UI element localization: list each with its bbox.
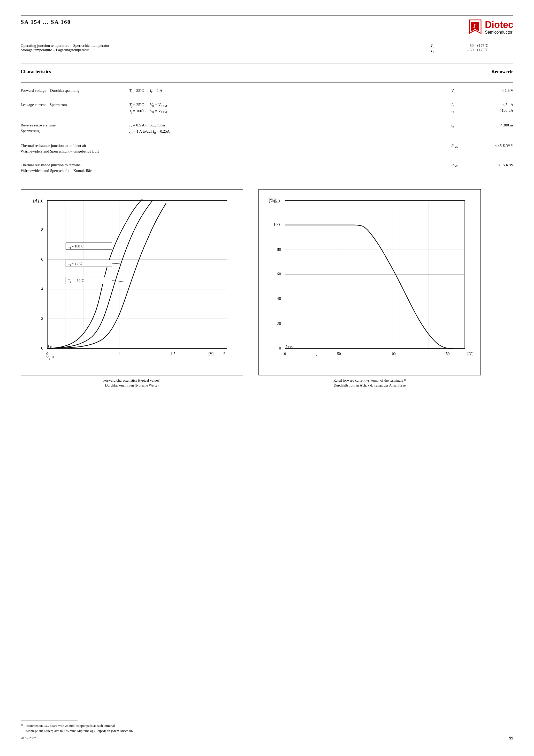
svg-text:4: 4 [41, 286, 43, 291]
characteristics-header: Characteristics Kennwerte [21, 69, 513, 74]
char-row-rtha: Thermal resistance junction to ambient a… [21, 143, 513, 154]
footnote-text-en: Mounted on P.C. board with 25 mm² copper… [26, 724, 115, 728]
svg-text:r: r [316, 353, 317, 357]
footnote-sup-1: 1) [21, 723, 23, 726]
char-name-rtht: Thermal resistance junction to terminal … [21, 162, 129, 174]
svg-text:[%]: [%] [269, 198, 276, 203]
temp-label-column: Operating junction temperature – Sperrsc… [21, 43, 431, 53]
svg-text:1,5: 1,5 [171, 352, 175, 356]
footer-date: 28.02.2002 [21, 736, 133, 741]
footer-divider [21, 720, 78, 721]
footer-content: 1) Mounted on P.C. board with 25 mm² cop… [21, 722, 513, 741]
page-number: 99 [509, 736, 513, 741]
chart2-box: 0 20 40 60 80 100 120 [%] 0 T r 50 100 1… [258, 189, 481, 375]
svg-text:20: 20 [277, 321, 281, 326]
char-name-vf: Forward voltage – Durchlaßspannung [21, 88, 129, 94]
charts-section: 0 2 4 6 8 10 [A] 0 VF 0,5 1 1,5 [V] 2 [21, 189, 513, 388]
svg-text:0: 0 [279, 345, 281, 350]
char-sym-trr: trr [451, 122, 472, 129]
char-sym-rtha: RthA [451, 143, 472, 149]
footnote-line2: Montage auf Leiterplatte mit 25 mm² Kupf… [26, 728, 133, 734]
char-name-trr: Reverse recovery time Sperrverzug [21, 122, 129, 134]
char-sym-vf: VF [451, 88, 472, 94]
svg-text:[˚C]: [˚C] [467, 352, 473, 356]
char-label-en: Characteristics [21, 69, 51, 74]
char-cond-ir: Tj = 25˚C VR = VRRM Tj = 100˚C VR = VRRM [129, 102, 451, 115]
svg-text:F: F [49, 357, 50, 360]
svg-text:2: 2 [223, 352, 225, 356]
svg-text:10: 10 [39, 199, 43, 203]
svg-text:80: 80 [277, 247, 281, 252]
char-label-de: Kennwerte [491, 69, 513, 74]
temp-sym-2: TS [431, 48, 456, 53]
footnote-line1: 1) Mounted on P.C. board with 25 mm² cop… [21, 722, 133, 728]
svg-text:60: 60 [277, 271, 281, 276]
divider-1 [21, 64, 513, 64]
svg-text:0: 0 [41, 345, 43, 350]
char-row-ir: Leakage current – Sperrstrom Tj = 25˚C V… [21, 102, 513, 115]
char-val-rtha: < 45 K/W ¹⁾ [472, 143, 513, 149]
chart2-svg: 0 20 40 60 80 100 120 [%] 0 T r 50 100 1… [264, 195, 475, 370]
page-title: SA 154 … SA 160 [21, 19, 71, 25]
svg-text:0: 0 [284, 352, 286, 356]
footnote: 1) Mounted on P.C. board with 25 mm² cop… [21, 722, 133, 741]
page-footer: 1) Mounted on P.C. board with 25 mm² cop… [21, 720, 513, 741]
char-sym-rtht: RthT [451, 162, 472, 169]
svg-text:100: 100 [390, 352, 395, 356]
temp-val-2: – 50...+175˚C [467, 48, 513, 52]
char-sym-ir: IR IR [451, 102, 472, 115]
svg-text:40: 40 [277, 296, 281, 301]
svg-text:50: 50 [337, 352, 341, 356]
svg-text:j: j [70, 280, 71, 284]
chart2-container: 0 20 40 60 80 100 120 [%] 0 T r 50 100 1… [258, 189, 481, 388]
svg-text:100: 100 [274, 222, 280, 227]
logo-brand-name: Diotec [485, 20, 513, 30]
svg-text:FAV: FAV [288, 345, 293, 349]
chart1-container: 0 2 4 6 8 10 [A] 0 VF 0,5 1 1,5 [V] 2 [21, 189, 243, 388]
svg-text:150: 150 [444, 352, 449, 356]
temperature-section: Operating junction temperature – Sperrsc… [21, 43, 513, 53]
char-row-vf: Forward voltage – Durchlaßspannung Tj = … [21, 88, 513, 94]
logo-symbol-icon: J [468, 19, 482, 36]
page-header: SA 154 … SA 160 J Diotec Semiconductor [21, 15, 513, 36]
char-val-rtht: < 15 K/W [472, 162, 513, 168]
char-name-ir: Leakage current – Sperrstrom [21, 102, 129, 108]
char-name-rtha: Thermal resistance junction to ambient a… [21, 143, 129, 154]
logo-sub-name: Semiconductor [485, 30, 513, 35]
svg-text:V: V [46, 355, 49, 359]
svg-text:J: J [473, 23, 476, 29]
svg-text:1: 1 [118, 352, 120, 356]
chart1-svg: 0 2 4 6 8 10 [A] 0 VF 0,5 1 1,5 [V] 2 [26, 195, 237, 370]
logo-text-area: Diotec Semiconductor [485, 20, 513, 34]
temp-value-column: – 50...+175˚C – 50...+175˚C [467, 43, 513, 53]
svg-text:I: I [47, 344, 49, 348]
svg-text:0,5: 0,5 [52, 355, 56, 359]
chart1-box: 0 2 4 6 8 10 [A] 0 VF 0,5 1 1,5 [V] 2 [21, 189, 243, 375]
svg-text:2: 2 [41, 316, 43, 321]
char-cond-trr: IF = 0.5 A through/über IR = 1 A to/auf … [129, 122, 451, 135]
svg-text:[V]: [V] [209, 352, 214, 356]
header-title-text: SA 154 … SA 160 [21, 19, 71, 25]
char-cond-vf: Tj = 25˚C IF = 1 A [129, 88, 451, 94]
svg-text:F: F [50, 345, 52, 349]
temp-sym-1: Tj [431, 43, 456, 48]
temp-symbol-column: Tj TS [431, 43, 456, 53]
temp-row-storage: Storage temperature – Lagerungstemperatu… [21, 48, 431, 52]
char-val-ir: < 5 μA < 100 μA [472, 102, 513, 114]
svg-text:[A]: [A] [33, 198, 40, 203]
char-val-trr: < 300 ns [472, 122, 513, 128]
svg-text:= 100˚C: = 100˚C [71, 244, 84, 248]
chart2-title: Rated forward current vs. temp. of the t… [258, 378, 481, 388]
char-row-rtht: Thermal resistance junction to terminal … [21, 162, 513, 174]
svg-text:I: I [285, 344, 287, 348]
svg-text:= 25˚C: = 25˚C [71, 261, 82, 265]
chart1-title: Forward characteristics (typical values)… [21, 378, 243, 388]
temp-row-junction: Operating junction temperature – Sperrsc… [21, 43, 431, 48]
svg-text:j: j [70, 263, 71, 266]
char-row-trr: Reverse recovery time Sperrverzug IF = 0… [21, 122, 513, 135]
char-val-vf: < 1.3 V [472, 88, 513, 94]
brand-logo: J Diotec Semiconductor [468, 19, 513, 36]
svg-text:= - 50˚C: = - 50˚C [71, 278, 84, 282]
svg-text:8: 8 [41, 227, 43, 232]
svg-text:6: 6 [41, 257, 43, 262]
